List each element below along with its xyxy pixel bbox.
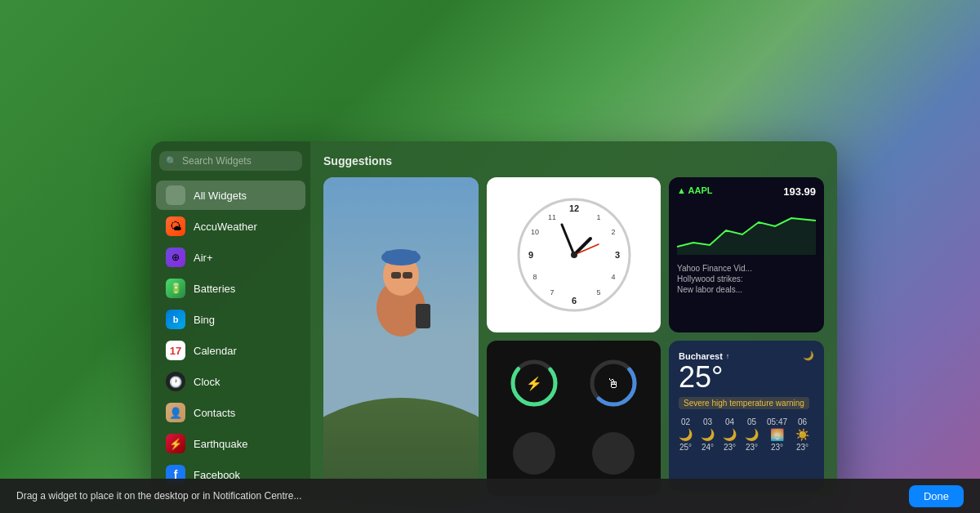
calendar-icon: 17 [166, 341, 185, 360]
photo-svg [323, 177, 479, 496]
svg-point-32 [513, 432, 555, 475]
suggestions-title: Suggestions [323, 154, 392, 167]
search-input[interactable] [182, 155, 296, 167]
clock-svg: 12 3 6 9 1 2 4 5 7 8 10 11 [513, 194, 635, 316]
svg-text:1: 1 [596, 213, 600, 221]
contacts-icon: 👤 [166, 403, 185, 422]
svg-text:7: 7 [550, 288, 554, 297]
stocks-headline1: Hollywood strikes: [677, 274, 816, 284]
sidebar-item-clock[interactable]: 🕐 Clock [156, 367, 305, 396]
svg-text:5: 5 [596, 288, 600, 297]
sidebar-item-contacts[interactable]: 👤 Contacts [156, 398, 305, 427]
forecast-item-2: 04 🌙 23° [723, 417, 737, 452]
widget-photo[interactable] [323, 177, 479, 496]
suggestions-grid: 12 3 6 9 1 2 4 5 7 8 10 11 [323, 177, 824, 497]
forecast-item-5: 06 ☀️ 23° [795, 417, 809, 452]
suggestions-header: Suggestions [323, 154, 824, 167]
svg-text:9: 9 [528, 250, 532, 260]
done-button[interactable]: Done [909, 485, 964, 507]
stocks-symbol: ▲ AAPL [677, 185, 712, 195]
sidebar-item-bing[interactable]: b Bing [156, 305, 305, 334]
svg-rect-25 [416, 304, 430, 328]
svg-rect-22 [385, 251, 417, 263]
sidebar-label-batteries: Batteries [194, 283, 235, 295]
bottom-hint: Drag a widget to place it on the desktop… [16, 490, 302, 502]
weather-temp: 25° [679, 361, 814, 394]
empty-ring-svg-2 [589, 429, 638, 478]
batteries-icon: 🔋 [166, 279, 185, 298]
widget-panel: 🔍 All Widgets 🌤 AccuWeather ⊕ Air+ [151, 141, 837, 497]
stocks-price: 193.99 [783, 185, 816, 198]
bing-icon: b [166, 310, 185, 329]
forecast-item-0: 02 🌙 25° [679, 417, 693, 452]
watch-cell-bluetooth: ⚡ [497, 350, 572, 416]
watch-cell-empty2 [577, 421, 652, 486]
search-bar[interactable]: 🔍 [159, 151, 302, 171]
accuweather-icon: 🌤 [166, 216, 185, 236]
svg-point-33 [592, 432, 635, 475]
sidebar-label-clock: Clock [194, 376, 220, 388]
air-plus-icon: ⊕ [166, 248, 185, 267]
svg-text:4: 4 [611, 273, 615, 281]
sidebar-label-all-widgets: All Widgets [194, 190, 247, 202]
weather-forecast: 02 🌙 25° 03 🌙 24° 04 🌙 23° [679, 417, 814, 452]
clock-icon: 🕐 [166, 372, 185, 391]
forecast-item-3: 05 🌙 23° [745, 417, 759, 452]
svg-rect-23 [391, 272, 401, 279]
sidebar-item-air-plus[interactable]: ⊕ Air+ [156, 243, 305, 272]
sidebar-item-calendar[interactable]: 17 Calendar [156, 336, 305, 365]
main-content: Suggestions 12 3 6 9 1 2 [310, 141, 837, 497]
watch-cell-empty1 [497, 421, 572, 486]
widget-weather[interactable]: Bucharest ↑ 🌙 25° Severe high temperatur… [669, 341, 824, 492]
mouse-ring-svg: 🖱 [589, 359, 638, 408]
sidebar-label-earthquake: Earthquake [194, 438, 248, 450]
svg-text:10: 10 [530, 228, 538, 236]
earthquake-icon: ⚡ [166, 434, 185, 453]
svg-text:🖱: 🖱 [607, 377, 620, 390]
bottom-bar: Drag a widget to place it on the desktop… [0, 479, 980, 513]
forecast-item-1: 03 🌙 24° [701, 417, 715, 452]
all-widgets-icon [166, 185, 185, 205]
stocks-chart-svg [677, 206, 816, 255]
svg-text:2: 2 [611, 228, 615, 236]
empty-ring-svg-1 [510, 429, 559, 478]
stocks-ticker: ▲ AAPL 193.99 [677, 185, 816, 198]
svg-text:8: 8 [532, 273, 537, 281]
sidebar-item-earthquake[interactable]: ⚡ Earthquake [156, 429, 305, 458]
svg-text:3: 3 [614, 250, 619, 260]
widget-stocks[interactable]: ▲ AAPL 193.99 Yahoo Finance Vid... Holly… [669, 177, 824, 332]
sidebar-item-accuweather[interactable]: 🌤 AccuWeather [156, 212, 305, 241]
forecast-item-4: 05:47 🌅 23° [767, 417, 787, 452]
weather-warning: Severe high temperature warning [679, 397, 809, 409]
sidebar-label-bing: Bing [194, 314, 215, 326]
sidebar-label-calendar: Calendar [194, 345, 237, 357]
sidebar-label-air-plus: Air+ [194, 252, 212, 264]
watch-cell-mouse: 🖱 [577, 350, 652, 416]
sidebar: 🔍 All Widgets 🌤 AccuWeather ⊕ Air+ [151, 141, 310, 497]
stocks-headline2: New labor deals... [677, 284, 816, 295]
widget-watch[interactable]: ⚡ 🖱 [487, 341, 661, 496]
svg-rect-24 [403, 272, 412, 279]
stocks-news-source: Yahoo Finance Vid... [677, 263, 816, 274]
sidebar-item-all-widgets[interactable]: All Widgets [156, 181, 305, 210]
svg-text:11: 11 [547, 213, 555, 221]
sidebar-label-accuweather: AccuWeather [194, 221, 257, 233]
svg-text:⚡: ⚡ [526, 376, 542, 391]
bluetooth-ring-svg: ⚡ [510, 359, 559, 408]
svg-text:12: 12 [568, 203, 578, 213]
sidebar-item-batteries[interactable]: 🔋 Batteries [156, 274, 305, 303]
svg-point-16 [571, 252, 577, 258]
search-icon: 🔍 [166, 156, 177, 167]
widget-clock[interactable]: 12 3 6 9 1 2 4 5 7 8 10 11 [487, 177, 661, 332]
sidebar-label-contacts: Contacts [194, 407, 235, 419]
svg-text:6: 6 [571, 296, 576, 306]
